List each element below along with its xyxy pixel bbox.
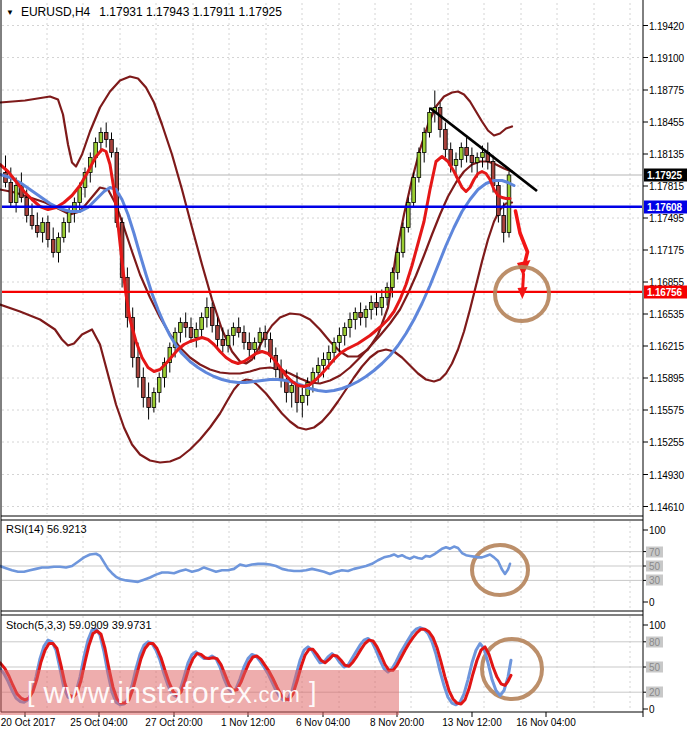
price-axis-label: 1.17495	[649, 213, 684, 224]
indicator-axis-label: 70	[646, 546, 663, 557]
price-axis-label: 1.16215	[649, 341, 684, 352]
watermark-url-tld: .com	[252, 682, 300, 715]
price-axis-label: 1.17815	[649, 181, 684, 192]
highlight-circle	[472, 545, 528, 595]
time-axis-label: 25 Oct 04:00	[70, 717, 127, 728]
indicator-axis-label: 100	[649, 620, 666, 631]
symbol-period-label: EURUSD,H4	[21, 5, 90, 19]
indicator-axis-label: 50	[646, 662, 663, 673]
price-axis-label: 1.15575	[649, 405, 684, 416]
time-axis-label: 8 Nov 20:00	[370, 717, 424, 728]
indicator-axis-label: 30	[646, 575, 663, 586]
chart-window: ▼ EURUSD,H4 1.17931 1.17943 1.17911 1.17…	[0, 0, 687, 740]
panel-borders	[1, 0, 643, 717]
time-axis-label: 6 Nov 04:00	[296, 717, 350, 728]
time-axis-label: 16 Nov 04:00	[516, 717, 576, 728]
time-axis-label: 20 Oct 2017	[1, 717, 55, 728]
price-axis-label: 1.18135	[649, 149, 684, 160]
watermark-bracket-right: ]	[300, 677, 326, 708]
price-axis-label: 1.17175	[649, 245, 684, 256]
watermark-url: www.instaforex	[44, 676, 253, 710]
price-axis-label: 1.18455	[649, 117, 684, 128]
indicator-axis-label: 80	[646, 636, 663, 647]
watermark-bracket-left: [	[18, 677, 44, 708]
indicator-axis-label: 50	[646, 561, 663, 572]
time-axis-label: 1 Nov 12:00	[221, 717, 275, 728]
price-axis-label: 1.15255	[649, 437, 684, 448]
time-axis-label: 13 Nov 12:00	[442, 717, 502, 728]
price-axis-label: 1.15895	[649, 373, 684, 384]
price-badge: 1.17608	[644, 200, 687, 213]
axis-ticks	[25, 26, 648, 718]
price-badge: 1.16756	[644, 285, 687, 298]
price-axis-label: 1.14610	[649, 501, 684, 512]
stoch-indicator-label: Stoch(5,3,3) 59.0909 39.9731	[6, 619, 152, 631]
indicator-axis-label: 0	[649, 597, 655, 608]
grid	[2, 3, 642, 711]
price-axis-label: 1.19100	[649, 52, 684, 63]
indicator-axis-label: 100	[649, 525, 666, 536]
indicator-axis-label: 0	[649, 704, 655, 715]
price-axis-label: 1.18775	[649, 85, 684, 96]
symbol-dropdown-icon[interactable]: ▼	[6, 8, 14, 17]
instaforex-watermark: [ www.instaforex .com ]	[0, 670, 399, 715]
price-badge: 1.17925	[644, 169, 687, 182]
ohlc-values: 1.17931 1.17943 1.17911 1.17925	[99, 5, 282, 19]
price-axis-label: 1.14930	[649, 469, 684, 480]
indicator-axis-label: 20	[646, 687, 663, 698]
time-axis-label: 27 Oct 20:00	[145, 717, 202, 728]
rsi-indicator-label: RSI(14) 56.9213	[6, 523, 87, 535]
chart-title: ▼ EURUSD,H4 1.17931 1.17943 1.17911 1.17…	[6, 5, 282, 19]
price-axis-label: 1.16535	[649, 309, 684, 320]
price-axis-label: 1.19420	[649, 20, 684, 31]
